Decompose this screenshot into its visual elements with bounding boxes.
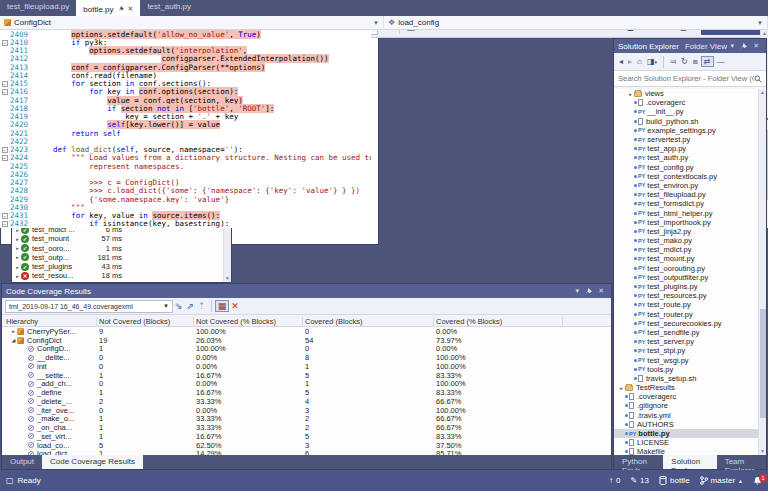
window-position-icon[interactable]: ▾ xyxy=(728,42,738,50)
file-tree-item-build_python.sh[interactable]: build_python.sh xyxy=(614,117,758,126)
tree-expander-icon[interactable]: ▸ xyxy=(14,254,21,260)
repository-indicator[interactable]: bottle xyxy=(659,476,690,485)
show-all-files-icon[interactable]: ⧈ xyxy=(691,57,700,67)
pin-icon[interactable] xyxy=(737,43,750,50)
file-tree-item-test_jinja2.py[interactable]: PYtest_jinja2.py xyxy=(614,227,758,236)
column-header-covered-blocks-[interactable]: Covered (% Blocks) xyxy=(436,317,502,326)
code-line[interactable]: −2432 if isinstance(key, basestring): xyxy=(0,220,371,228)
solution-explorer-header[interactable]: Solution Explorer Folder View ▾ ✕ xyxy=(614,39,766,53)
coverage-row[interactable]: ConfigD...1100.00%00.00% xyxy=(2,345,611,354)
pin-icon[interactable] xyxy=(582,288,595,295)
document-tab-test_fileupload.py[interactable]: test_fileupload.py xyxy=(0,0,76,16)
file-tree-item-test_formsdict.py[interactable]: PYtest_formsdict.py xyxy=(614,199,758,208)
tree-expander-icon[interactable]: ▸ xyxy=(14,236,21,242)
column-header-hierarchy[interactable]: Hierarchy xyxy=(6,317,38,326)
outgoing-commits-indicator[interactable]: ↑ 0 xyxy=(609,476,620,485)
file-tree-item-LICENSE[interactable]: LICENSE xyxy=(614,438,758,447)
file-tree-item-test_importhook.py[interactable]: PYtest_importhook.py xyxy=(614,218,758,227)
fold-toggle-icon[interactable]: − xyxy=(0,153,9,162)
task-center-icon[interactable]: ▢ xyxy=(6,476,14,485)
file-tree-item-test_oorouting.py[interactable]: PYtest_oorouting.py xyxy=(614,264,758,273)
coverage-row[interactable]: ◢ConfigDict1926.03%5473.97% xyxy=(2,336,611,345)
bottom-tab-output[interactable]: Output xyxy=(2,455,42,469)
file-tree-item-test_wsgi.py[interactable]: PYtest_wsgi.py xyxy=(614,355,758,364)
fold-toggle-icon[interactable]: − xyxy=(0,87,9,96)
fold-toggle-icon[interactable]: − xyxy=(0,38,9,47)
sync-with-active-document-icon[interactable]: ⇄ xyxy=(701,56,714,67)
test-row[interactable]: ▸✓test_mount57 ms xyxy=(12,234,223,243)
file-tree-item-test_plugins.py[interactable]: PYtest_plugins.py xyxy=(614,282,758,291)
collapse-all-icon[interactable]: ⫤ xyxy=(668,57,678,67)
coverage-column-headers[interactable]: HierarchyNot Covered (Blocks)Not Covered… xyxy=(2,315,611,327)
solution-explorer-search[interactable] xyxy=(614,71,766,87)
nav-type-dropdown[interactable]: ConfigDict ▼ xyxy=(0,16,384,29)
merge-coverage-icon[interactable]: ⇡ xyxy=(196,301,208,311)
file-tree-item-test_stpl.py[interactable]: PYtest_stpl.py xyxy=(614,346,758,355)
document-tab-test_auth.py[interactable]: test_auth.py xyxy=(140,0,198,16)
code-line[interactable]: 2425 represent namespaces. xyxy=(0,162,371,170)
coverage-row[interactable]: _on_cha...133.33%266.67% xyxy=(2,423,611,432)
switch-views-icon[interactable]: ◨▾ xyxy=(645,57,659,66)
file-tree-item-test_server.py[interactable]: PYtest_server.py xyxy=(614,337,758,346)
coverage-row[interactable]: _make_o...133.33%266.67% xyxy=(2,415,611,424)
solution-search-input[interactable] xyxy=(618,74,754,83)
forward-icon[interactable]: ▸ xyxy=(626,57,634,66)
file-tree-item-example_settings.py[interactable]: PYexample_settings.py xyxy=(614,126,758,135)
remove-coverage-icon[interactable]: ✕ xyxy=(229,301,241,311)
close-icon[interactable]: ✕ xyxy=(595,287,607,295)
file-tree-item-test_mdict.py[interactable]: PYtest_mdict.py xyxy=(614,245,758,254)
collapse-box-icon[interactable]: − xyxy=(2,213,8,219)
column-header-not-covered-blocks-[interactable]: Not Covered (Blocks) xyxy=(99,317,170,326)
file-tree-item-TestResults[interactable]: ▸TestResults xyxy=(614,383,758,392)
tree-expander-icon[interactable]: ▸ xyxy=(14,273,21,279)
file-tree-item-test_html_helper.py[interactable]: PYtest_html_helper.py xyxy=(614,208,758,217)
file-tree-item-test_auth.py[interactable]: PYtest_auth.py xyxy=(614,153,758,162)
file-tree-item-tools.py[interactable]: PYtools.py xyxy=(614,365,758,374)
file-tree-item-AUTHORS[interactable]: AUTHORS xyxy=(614,420,758,429)
import-coverage-icon[interactable]: ⇘ xyxy=(173,301,185,311)
coverage-row[interactable]: __delite...00.00%8100.00% xyxy=(2,353,611,362)
file-tree-item-test_config.py[interactable]: PYtest_config.py xyxy=(614,163,758,172)
coverage-file-select[interactable]: tml_2019-09-17 16_46_49.coveragexml ▼ xyxy=(5,300,173,313)
test-row[interactable]: ▸✓test_plugins43 ms xyxy=(12,262,223,271)
document-tab-bottle.py[interactable]: bottle.py✕ xyxy=(76,0,140,16)
coverage-row[interactable]: _delete_...233.33%466.67% xyxy=(2,397,611,406)
pin-icon[interactable] xyxy=(118,6,124,12)
test-row[interactable]: ▸✓test_outp...181 ms xyxy=(12,253,223,262)
column-header-covered-blocks-[interactable]: Covered (Blocks) xyxy=(305,317,363,326)
tree-expander-icon[interactable]: ◢ xyxy=(10,337,17,343)
file-tree-item-test_fileupload.py[interactable]: PYtest_fileupload.py xyxy=(614,190,758,199)
file-tree-item-__init__.py[interactable]: PY__init__.py xyxy=(614,107,758,116)
file-tree-item-bottle.py[interactable]: PYbottle.py xyxy=(614,429,758,438)
solution-tree-scrollbar[interactable]: ▲▼ xyxy=(758,89,766,455)
file-tree-item-test_route.py[interactable]: PYtest_route.py xyxy=(614,300,758,309)
column-header-not-covered-blocks-[interactable]: Not Covered (% Blocks) xyxy=(196,317,276,326)
show-coverage-coloring-toggle[interactable]: ▦ xyxy=(215,300,230,312)
tree-expander-icon[interactable]: ▸ xyxy=(627,91,634,97)
window-position-icon[interactable]: ▾ xyxy=(573,287,583,295)
back-icon[interactable]: ◂ xyxy=(617,57,625,66)
code-text-area[interactable]: 2409 options.setdefault('allow_no_value'… xyxy=(0,30,371,228)
git-branch-indicator[interactable]: master ▲ xyxy=(700,476,743,485)
file-tree-item-test_environ.py[interactable]: PYtest_environ.py xyxy=(614,181,758,190)
nav-member-dropdown[interactable]: ❖ load_config ▼ xyxy=(384,16,768,29)
tree-expander-icon[interactable]: ▸ xyxy=(14,264,21,270)
file-tree-item-travis_setup.sh[interactable]: travis_setup.sh xyxy=(614,374,758,383)
file-tree-item-.gitignore[interactable]: .gitignore xyxy=(614,401,758,410)
collapse-box-icon[interactable]: − xyxy=(2,89,8,95)
collapse-box-icon[interactable]: − xyxy=(2,221,8,227)
file-tree-item-test_mako.py[interactable]: PYtest_mako.py xyxy=(614,236,758,245)
tree-expander-icon[interactable]: ▸ xyxy=(618,385,625,391)
collapse-box-icon[interactable]: − xyxy=(2,40,8,46)
properties-icon[interactable]: — xyxy=(715,57,727,66)
file-tree-item-.travis.yml[interactable]: .travis.yml xyxy=(614,411,758,420)
coverage-row[interactable]: load_co...562.50%337.50% xyxy=(2,441,611,450)
coverage-row[interactable]: _iter_ove...00.00%3100.00% xyxy=(2,406,611,415)
file-tree-item-views[interactable]: ▸views xyxy=(614,89,758,98)
right-tab-team-explorer[interactable]: Team Explorer xyxy=(717,455,766,469)
close-icon[interactable]: ✕ xyxy=(750,42,762,50)
collapse-box-icon[interactable]: − xyxy=(2,81,8,87)
file-tree-item-test_app.py[interactable]: PYtest_app.py xyxy=(614,144,758,153)
home-icon[interactable]: ⌂ xyxy=(635,57,644,66)
file-tree-item-servertest.py[interactable]: PYservertest.py xyxy=(614,135,758,144)
